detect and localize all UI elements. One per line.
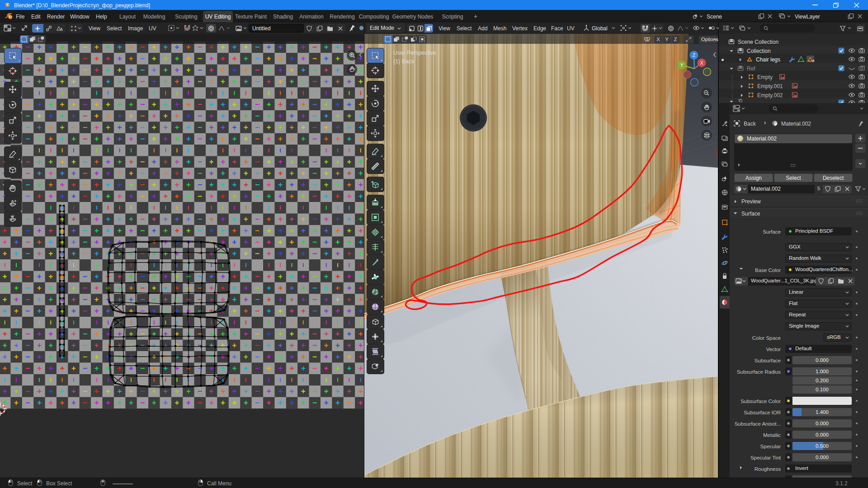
svg-text:(1) Back: (1) Back xyxy=(393,58,415,65)
svg-text:Z: Z xyxy=(693,53,695,58)
svg-text:X: X xyxy=(700,61,703,66)
svg-text:Y: Y xyxy=(680,63,684,68)
svg-text:User Perspective: User Perspective xyxy=(393,50,436,56)
